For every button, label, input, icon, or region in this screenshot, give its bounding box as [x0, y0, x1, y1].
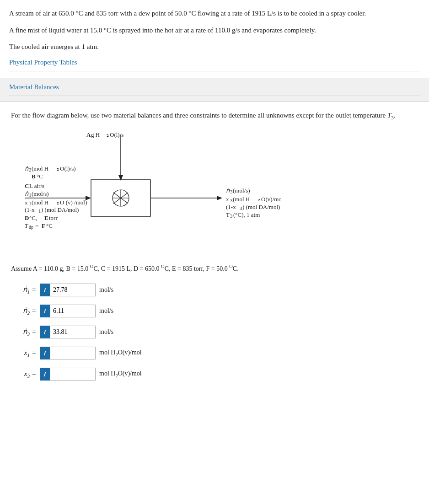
label-x3: x3 = — [11, 370, 36, 379]
label-n1: ṅ1 = — [11, 285, 36, 295]
problem-text-2: A fine mist of liquid water at 15.0 °C i… — [9, 25, 420, 36]
svg-text:°C: °C — [37, 173, 43, 180]
svg-text:(°C), 1 atm: (°C), 1 atm — [233, 211, 260, 218]
unit-n3: mol/s — [99, 328, 113, 336]
svg-text:) (mol DA/mol): ) (mol DA/mol) — [41, 206, 79, 213]
svg-text:torr: torr — [49, 214, 58, 221]
svg-text:ṅ: ṅ — [25, 165, 29, 172]
svg-text:O (v) /mol): O (v) /mol) — [60, 199, 87, 206]
input-x3[interactable] — [50, 368, 96, 381]
info-button-x3[interactable]: i — [40, 368, 50, 381]
svg-text:x: x — [226, 196, 229, 203]
label-n3: ṅ3 = — [11, 327, 36, 337]
svg-text:A: A — [86, 131, 91, 138]
svg-text:(mol/s): (mol/s) — [32, 190, 49, 197]
svg-text:L air/s: L air/s — [29, 182, 44, 189]
unit-n2: mol/s — [99, 307, 113, 315]
input-row-x3: x3 = i mol H2O(v)/mol — [11, 368, 418, 381]
input-n2[interactable] — [50, 305, 96, 317]
svg-text:ṅ: ṅ — [25, 190, 29, 197]
info-button-n3[interactable]: i — [40, 326, 50, 338]
svg-text:°C: °C — [46, 222, 53, 229]
input-n3[interactable] — [50, 326, 96, 338]
svg-text:₂: ₂ — [258, 196, 260, 203]
unit-x1: mol H2O(v)/mol — [99, 349, 142, 357]
svg-text:ṅ: ṅ — [226, 187, 230, 194]
svg-text:E: E — [44, 214, 48, 221]
assume-text: Assume A = 110.0 g, B = 15.0 OC, C = 191… — [11, 263, 418, 273]
problem-text-3: The cooled air emerges at 1 atm. — [9, 42, 420, 52]
svg-text:₂: ₂ — [107, 131, 109, 138]
svg-text:1: 1 — [29, 192, 32, 198]
input-row-n2: ṅ2 = i mol/s — [11, 305, 418, 317]
svg-text:dp: dp — [29, 225, 33, 230]
svg-text:3: 3 — [230, 213, 233, 219]
intro-text: For the flow diagram below, use two mate… — [11, 110, 418, 122]
svg-text:(1-x: (1-x — [25, 206, 35, 213]
info-button-n2[interactable]: i — [40, 305, 50, 317]
svg-text:1: 1 — [29, 201, 32, 206]
svg-text:O(l)/s: O(l)/s — [110, 131, 123, 138]
label-n2: ṅ2 = — [11, 306, 36, 316]
intro-paragraph: For the flow diagram below, use two mate… — [11, 110, 418, 122]
svg-text:(mol H: (mol H — [233, 196, 250, 203]
input-row-x1: x1 = i mol H2O(v)/mol — [11, 347, 418, 359]
input-row-n1: ṅ1 = i mol/s — [11, 284, 418, 296]
input-row-n3: ṅ3 = i mol/s — [11, 326, 418, 338]
unit-x3: mol H2O(v)/mol — [99, 370, 142, 378]
svg-text:°C,: °C, — [29, 214, 37, 221]
svg-text:x: x — [25, 199, 28, 206]
svg-text:g H: g H — [91, 131, 100, 138]
assume-line: Assume A = 110.0 g, B = 15.0 OC, C = 191… — [11, 263, 418, 273]
svg-text:O(v)/mol): O(v)/mol) — [261, 196, 281, 203]
svg-text:T: T — [226, 211, 230, 218]
svg-text:F: F — [42, 222, 45, 229]
main-content: For the flow diagram below, use two mate… — [0, 102, 429, 398]
divider-2 — [9, 96, 420, 96]
svg-text:(mol/s): (mol/s) — [233, 187, 250, 194]
material-balances-title: Material Balances — [9, 83, 59, 91]
svg-text:1: 1 — [38, 208, 41, 214]
svg-text:(mol H: (mol H — [32, 165, 48, 172]
flow-diagram-svg: A g H ₂ O(l)/s ṅ 2 (mol H ₂ O(l)/s) B °C… — [16, 130, 281, 254]
svg-text:B: B — [32, 173, 36, 180]
input-n1[interactable] — [50, 284, 96, 296]
svg-text:D: D — [25, 214, 29, 221]
problem-statement: A stream of air at 650.0 °C and 835 torr… — [0, 0, 429, 78]
svg-text:(mol H: (mol H — [32, 199, 48, 206]
info-button-x1[interactable]: i — [40, 347, 50, 359]
physical-property-link[interactable]: Physical Property Tables — [9, 59, 77, 66]
input-rows: ṅ1 = i mol/s ṅ2 = i mol/s ṅ3 = i mol/s x… — [11, 284, 418, 381]
svg-text:T: T — [25, 222, 28, 229]
material-balances-header: Material Balances — [0, 78, 429, 102]
label-x1: x1 = — [11, 349, 36, 358]
problem-text-1: A stream of air at 650.0 °C and 835 torr… — [9, 8, 420, 19]
svg-text:) (mol DA/mol): ) (mol DA/mol) — [242, 204, 280, 210]
svg-marker-11 — [217, 196, 222, 200]
svg-text:C: C — [25, 182, 29, 189]
svg-text:₂: ₂ — [57, 199, 59, 206]
flow-diagram: A g H ₂ O(l)/s ṅ 2 (mol H ₂ O(l)/s) B °C… — [16, 130, 281, 254]
svg-text:O(l)/s): O(l)/s) — [60, 165, 76, 172]
svg-text:2: 2 — [29, 167, 32, 172]
unit-n1: mol/s — [99, 286, 113, 294]
svg-text:(1-x: (1-x — [226, 204, 236, 210]
input-x1[interactable] — [50, 347, 96, 359]
divider-1 — [9, 71, 420, 71]
svg-text:₂: ₂ — [57, 165, 59, 172]
svg-text:=: = — [35, 222, 38, 229]
info-button-n1[interactable]: i — [40, 284, 50, 296]
